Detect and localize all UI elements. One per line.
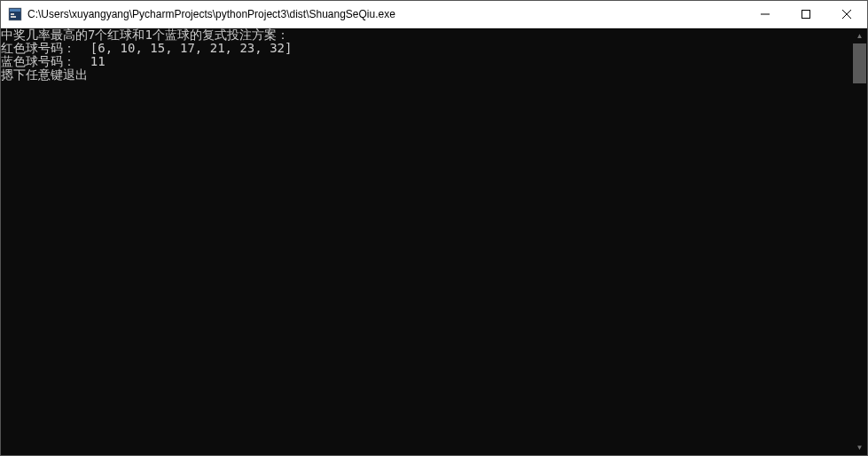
svg-rect-2: [11, 13, 14, 15]
minimize-button[interactable]: [745, 1, 786, 28]
console-line: 红色球号码： [6, 10, 15, 17, 21, 23, 32]: [1, 42, 852, 55]
svg-rect-1: [10, 9, 20, 12]
titlebar[interactable]: C:\Users\xuyangyang\PycharmProjects\pyth…: [1, 1, 867, 28]
maximize-button[interactable]: [786, 1, 826, 28]
scrollbar-up-arrow[interactable]: ▲: [852, 28, 867, 43]
close-button[interactable]: [826, 1, 867, 28]
vertical-scrollbar[interactable]: ▲ ▼: [852, 28, 867, 455]
console-window: C:\Users\xuyangyang\PycharmProjects\pyth…: [1, 1, 867, 455]
console-line: 中奖几率最高的7个红球和1个蓝球的复式投注方案：: [1, 28, 852, 42]
svg-rect-3: [11, 16, 16, 18]
console-line: 摁下任意键退出: [1, 68, 852, 82]
window-title: C:\Users\xuyangyang\PycharmProjects\pyth…: [27, 8, 745, 20]
scrollbar-down-arrow[interactable]: ▼: [852, 440, 867, 455]
console-container: 中奖几率最高的7个红球和1个蓝球的复式投注方案：红色球号码： [6, 10, 1…: [1, 28, 867, 455]
console-output[interactable]: 中奖几率最高的7个红球和1个蓝球的复式投注方案：红色球号码： [6, 10, 1…: [1, 28, 852, 455]
console-line: 蓝色球号码： 11: [1, 55, 852, 68]
app-icon: [8, 7, 22, 21]
svg-rect-5: [802, 11, 810, 19]
window-controls: [745, 1, 867, 28]
scrollbar-track[interactable]: [852, 43, 867, 440]
scrollbar-thumb[interactable]: [853, 43, 866, 83]
